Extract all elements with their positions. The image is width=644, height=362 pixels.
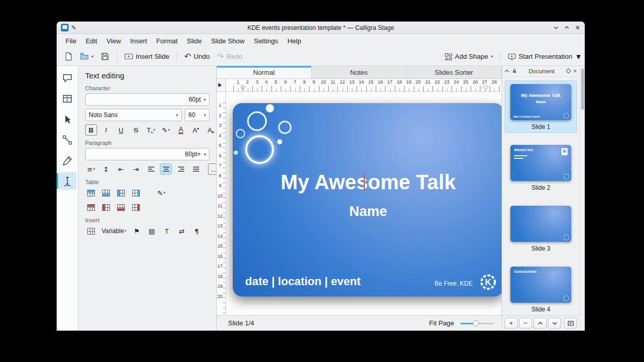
close-icon[interactable]: × [573,69,577,74]
menu-item[interactable]: File [61,35,81,47]
slide-canvas[interactable]: My Awesome Talk Name date | location | e… [226,92,502,315]
insert-frame-button[interactable]: ▤ [146,225,158,237]
menu-item[interactable]: Insert [125,35,152,47]
slide[interactable]: My Awesome Talk Name date | location | e… [233,103,502,297]
zoom-slider-handle[interactable] [473,320,479,326]
shrink-font-button[interactable]: A▾ [205,124,217,136]
pencil-tool-icon [62,155,73,166]
indent-marker[interactable] [240,86,246,90]
delete-row-button[interactable] [85,202,97,213]
bold-button[interactable]: B [85,124,97,136]
character-style-combo[interactable]: 60pt ▾ [85,93,210,106]
titlebar[interactable]: KDE events presentation template * — Cal… [57,22,585,34]
slide-subtitle-text[interactable]: Name [233,204,502,220]
table-tool-button[interactable] [59,90,76,107]
close-button[interactable] [575,25,581,30]
selection-tool-button[interactable] [59,110,76,128]
view-tab[interactable]: Slides Sorter [407,66,502,78]
paragraph-more-button[interactable]: ... [208,163,217,175]
shape-tool-button[interactable] [59,69,76,87]
insert-row-above-button[interactable] [85,187,97,199]
view-tab[interactable]: Normal [217,66,312,78]
save-button[interactable] [98,50,112,63]
insert-swap-button[interactable]: ⇄ [176,225,188,237]
move-slide-down-button[interactable] [548,318,561,328]
insert-column-right-button[interactable] [130,187,142,199]
text-tool-button[interactable] [59,172,76,190]
slide-view-mode-button[interactable] [564,318,577,328]
table-border-pen-button[interactable]: ✎▾ [155,187,167,199]
scrollbar-thumb[interactable] [581,69,584,110]
insert-row-below-button[interactable] [100,187,112,199]
float-icon[interactable] [566,68,571,74]
move-slide-up-button[interactable] [534,318,546,328]
menu-item[interactable]: Edit [81,35,102,47]
minimize-button[interactable] [553,25,559,30]
strikethrough-button[interactable]: S [130,124,142,136]
font-size-combo[interactable]: 60 ▾ [185,109,210,121]
menu-item[interactable]: Slide Show [206,35,249,47]
menu-item[interactable]: Slide [182,35,206,47]
lock-icon[interactable] [512,68,517,75]
add-slide-button[interactable]: + [505,318,518,328]
underline-button[interactable]: U [115,124,127,136]
zoom-slider[interactable] [460,319,494,327]
maximize-button[interactable] [564,25,570,30]
subscript-superscript-button[interactable]: Tx▾ [145,124,157,136]
redo-button[interactable]: ↷ Redo [214,51,246,63]
undo-button[interactable]: ↶ Undo [181,51,213,63]
variable-button[interactable]: Variable ▾ [100,225,128,237]
paragraph-style-combo[interactable]: 60pt+ ▾ [85,148,210,160]
view-tab-label: Slides Sorter [434,69,473,76]
align-justify-button[interactable] [190,163,202,175]
italic-button[interactable]: I [100,124,112,136]
indent-marker[interactable] [483,86,488,90]
start-presentation-button[interactable]: Start Presentation [505,51,575,63]
zoom-mode-label[interactable]: Fit Page [429,319,454,327]
menu-item[interactable]: Format [152,35,182,47]
increase-indent-button[interactable]: ⇥ [130,163,142,175]
menu-item[interactable]: View [102,35,125,47]
merge-cells-button[interactable] [130,202,142,213]
insert-page-break-button[interactable]: ⚑ [131,225,143,237]
line-spacing-button[interactable]: ≡▾ [85,163,97,175]
slide-thumbnail-item[interactable]: Conclusion Slide 4 [505,264,576,315]
horizontal-ruler[interactable]: 1234567891011121314151617181920212223242… [226,79,502,92]
align-center-button[interactable] [160,163,172,175]
decrease-indent-button[interactable]: ⇤ [115,163,127,175]
add-shape-button[interactable]: Add Shape ▾ [441,51,496,63]
insert-slide-button[interactable]: Insert Slide [121,50,172,63]
slide-footer-text[interactable]: date | location | event [245,275,361,288]
insert-text-button[interactable]: T [161,225,173,237]
text-color-button[interactable]: A [175,124,187,136]
vertical-ruler[interactable]: 1234567891011121314151617181920 [217,92,226,315]
freehand-tool-button[interactable] [59,152,76,169]
insert-column-left-button[interactable] [115,187,127,199]
align-left-button[interactable] [145,163,157,175]
connector-tool-button[interactable] [59,131,76,149]
view-tab[interactable]: Notes [312,66,407,78]
font-family-combo[interactable]: Noto Sans ▾ [85,109,182,121]
new-document-button[interactable] [61,50,76,63]
slide-thumbnail-item[interactable]: Slide 3 [505,203,576,254]
grow-font-button[interactable]: A▴ [190,124,202,136]
line-height-button[interactable]: ↕ [100,163,112,175]
open-document-button[interactable]: ▾ [77,50,96,63]
dock-collapse-icon[interactable] [505,68,509,74]
align-right-button[interactable] [175,163,187,175]
formatting-marks-button[interactable]: ¶ [191,225,203,237]
menu-item[interactable]: Help [283,35,306,47]
toolbar-overflow-icon[interactable]: ▾ [576,52,581,61]
highlighter-icon: ✎ [162,126,168,134]
slide-title-text[interactable]: My Awesome Talk [233,171,502,194]
kde-logo-icon [564,113,569,119]
vertical-scrollbar[interactable] [579,66,585,331]
highlight-color-button[interactable]: ✎▾ [160,124,172,136]
slide-thumbnail-item[interactable]: About me Slide 2 [505,142,576,193]
split-cells-button[interactable] [115,202,127,213]
remove-slide-button[interactable]: − [519,318,532,328]
slide-thumbnail-item[interactable]: My Awesome Talk Name date | location | e… [505,81,576,133]
special-character-button[interactable] [85,225,97,237]
delete-column-button[interactable] [100,202,112,213]
menu-item[interactable]: Settings [249,35,283,47]
